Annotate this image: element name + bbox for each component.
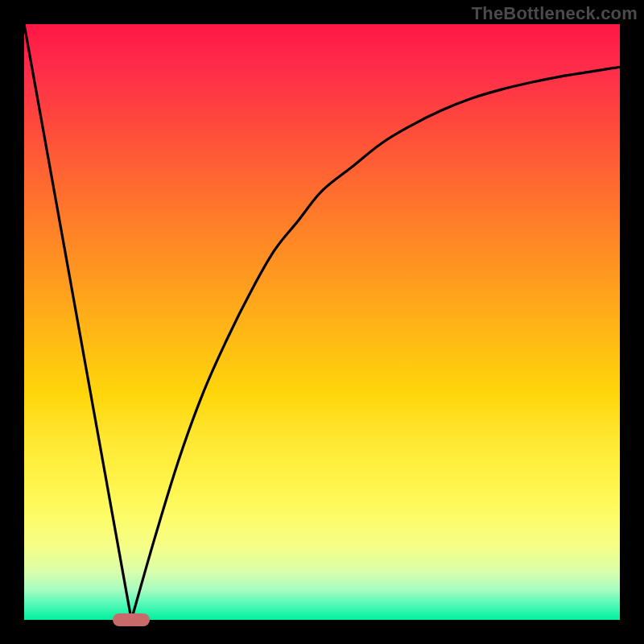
plot-area (24, 24, 620, 620)
watermark-text: TheBottleneck.com (472, 3, 638, 24)
curve-left (24, 24, 131, 620)
bottleneck-marker (113, 613, 150, 626)
curve-right (131, 67, 620, 620)
chart-frame: TheBottleneck.com (0, 0, 644, 644)
curve-layer (24, 24, 620, 620)
